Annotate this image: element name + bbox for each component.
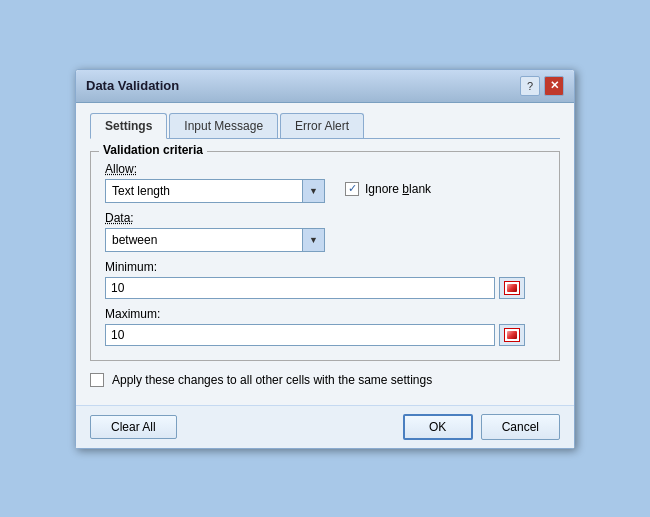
tab-error-alert[interactable]: Error Alert [280,113,364,138]
bottom-bar: Clear All OK Cancel [76,405,574,448]
maximum-label: Maximum: [105,307,525,321]
ok-cancel-group: OK Cancel [403,414,560,440]
allow-label: Allow: [105,162,325,176]
minimum-input-row [105,277,525,299]
minimum-label: Minimum: [105,260,525,274]
close-button[interactable]: ✕ [544,76,564,96]
data-dropdown-arrow[interactable] [302,229,324,251]
dialog-title: Data Validation [86,78,179,93]
minimum-row: Minimum: [105,260,545,299]
maximum-col: Maximum: [105,307,525,346]
ignore-blank-label: Ignore blank [365,182,431,196]
allow-row: Allow: Text length Ignore blank [105,162,545,203]
allow-select-value: Text length [106,179,302,203]
apply-changes-checkbox[interactable] [90,373,104,387]
ignore-blank-checkbox[interactable] [345,182,359,196]
maximum-cell-icon [504,328,520,342]
data-select[interactable]: between [105,228,325,252]
maximum-input-row [105,324,525,346]
section-title: Validation criteria [99,143,207,157]
tab-input-message[interactable]: Input Message [169,113,278,138]
allow-dropdown-arrow[interactable] [302,180,324,202]
ignore-blank-row: Ignore blank [345,162,431,196]
tab-settings[interactable]: Settings [90,113,167,139]
allow-select[interactable]: Text length [105,179,325,203]
minimum-cell-ref-button[interactable] [499,277,525,299]
allow-col: Allow: Text length [105,162,325,203]
minimum-col: Minimum: [105,260,525,299]
apply-changes-row: Apply these changes to all other cells w… [90,373,560,387]
data-row: Data: between [105,211,545,252]
maximum-cell-ref-button[interactable] [499,324,525,346]
data-col: Data: between [105,211,325,252]
apply-changes-label: Apply these changes to all other cells w… [112,373,432,387]
dialog-body: Settings Input Message Error Alert Valid… [76,103,574,405]
title-bar: Data Validation ? ✕ [76,70,574,103]
clear-all-button[interactable]: Clear All [90,415,177,439]
data-label: Data: [105,211,325,225]
title-button-group: ? ✕ [520,76,564,96]
ok-button[interactable]: OK [403,414,473,440]
data-select-value: between [106,228,302,252]
help-button[interactable]: ? [520,76,540,96]
minimum-input[interactable] [105,277,495,299]
tab-strip: Settings Input Message Error Alert [90,113,560,139]
maximum-input[interactable] [105,324,495,346]
data-validation-dialog: Data Validation ? ✕ Settings Input Messa… [75,69,575,449]
maximum-row: Maximum: [105,307,545,346]
validation-criteria-section: Validation criteria Allow: Text length I… [90,151,560,361]
cancel-button[interactable]: Cancel [481,414,560,440]
minimum-cell-icon [504,281,520,295]
